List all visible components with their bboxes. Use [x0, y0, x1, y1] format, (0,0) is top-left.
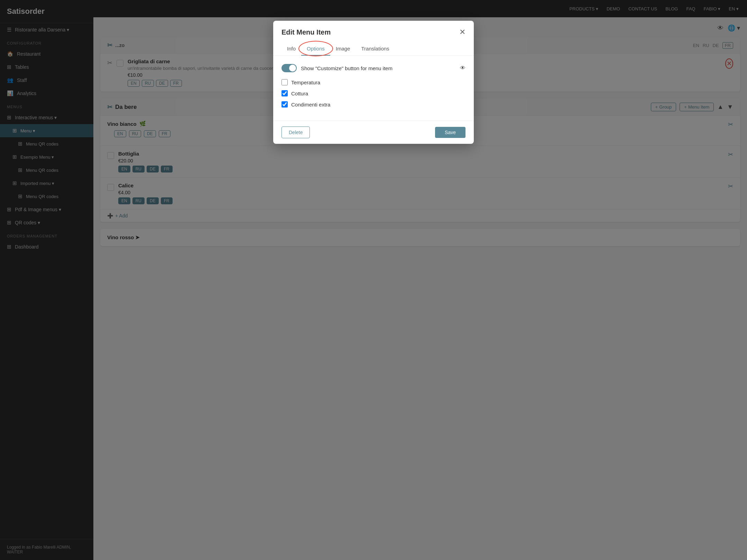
- modal-body: Show "Customize" button for menu item 👁 …: [273, 56, 474, 121]
- modal-footer: Delete Save: [273, 121, 474, 144]
- customize-toggle[interactable]: [282, 64, 297, 72]
- cottura-checkbox[interactable]: [282, 90, 288, 96]
- tab-info[interactable]: Info: [282, 42, 301, 56]
- condimenti-label: Condimenti extra: [291, 102, 330, 108]
- cottura-label: Cottura: [291, 91, 308, 96]
- temperatura-label: Temperatura: [291, 80, 320, 85]
- checkbox-condimenti: Condimenti extra: [282, 101, 465, 108]
- modal-tabs: Info Options Image Translations: [273, 42, 474, 56]
- toggle-eye-icon: 👁: [460, 65, 465, 71]
- checkbox-cottura: Cottura: [282, 90, 465, 96]
- tab-image[interactable]: Image: [330, 42, 356, 56]
- tab-options[interactable]: Options: [301, 42, 330, 56]
- modal-header: Edit Menu Item ✕: [273, 21, 474, 37]
- customize-toggle-row: Show "Customize" button for menu item 👁: [282, 64, 465, 72]
- checkbox-temperatura: Temperatura: [282, 79, 465, 85]
- modal-title: Edit Menu Item: [282, 28, 331, 36]
- save-button[interactable]: Save: [435, 127, 465, 138]
- delete-button[interactable]: Delete: [282, 127, 310, 138]
- modal-overlay[interactable]: Edit Menu Item ✕ Info Options Image Tran…: [0, 0, 747, 560]
- edit-menu-item-modal: Edit Menu Item ✕ Info Options Image Tran…: [273, 21, 474, 144]
- modal-close-button[interactable]: ✕: [459, 28, 465, 37]
- condimenti-checkbox[interactable]: [282, 101, 288, 108]
- toggle-label: Show "Customize" button for menu item: [301, 65, 456, 71]
- tab-translations[interactable]: Translations: [356, 42, 395, 56]
- temperatura-checkbox[interactable]: [282, 79, 288, 85]
